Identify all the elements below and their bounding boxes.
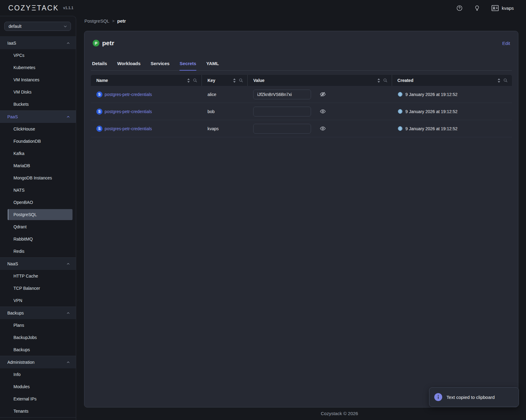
- sidebar-item-label: Backups: [13, 347, 30, 352]
- secret-name-link[interactable]: postgres-petr-credentials: [105, 126, 152, 131]
- user-menu[interactable]: kvaps: [491, 5, 514, 11]
- secret-name-link[interactable]: postgres-petr-credentials: [105, 109, 152, 114]
- sidebar-item-backups[interactable]: Backups: [0, 344, 76, 356]
- sidebar-item-redis[interactable]: Redis: [0, 245, 76, 257]
- top-bar: COZYΞTACK v1.1.1: [0, 0, 526, 16]
- tab-yaml[interactable]: YAML: [206, 59, 219, 70]
- sidebar-item-kafka[interactable]: Kafka: [0, 147, 76, 160]
- toggle-visibility-button[interactable]: [320, 108, 326, 115]
- sidebar-nav: IaaSVPCsKubernetesVM InstancesVM DisksBu…: [0, 37, 76, 418]
- sidebar-item-modules[interactable]: Modules: [0, 381, 76, 393]
- column-label: Key: [207, 78, 215, 83]
- secret-name-link[interactable]: postgres-petr-credentials: [105, 92, 152, 97]
- eye-icon: [320, 125, 326, 132]
- sidebar-item-openbao[interactable]: OpenBAO: [0, 196, 76, 208]
- search-icon[interactable]: [239, 78, 243, 83]
- sidebar-item-external-ips[interactable]: External IPs: [0, 393, 76, 405]
- section-header-paas[interactable]: PaaS: [0, 110, 76, 123]
- resource-card: P petr Edit DetailsWorkloadsServicesSecr…: [84, 31, 518, 407]
- sidebar-item-buckets[interactable]: Buckets: [0, 98, 76, 110]
- table-row: Spostgres-petr-credentialsbob9 January 2…: [91, 103, 512, 120]
- tab-services[interactable]: Services: [151, 59, 170, 70]
- tenant-select[interactable]: default: [4, 22, 71, 31]
- created-date: 9 January 2026 at 19:12:52: [406, 109, 457, 114]
- sort-icon[interactable]: [497, 78, 501, 83]
- sidebar-item-label: PostgreSQL: [13, 212, 37, 217]
- sidebar-item-label: MongoDB Instances: [13, 175, 52, 180]
- sidebar-item-qdrant[interactable]: Qdrant: [0, 221, 76, 233]
- sidebar-section-backups: BackupsPlansBackupJobsBackups: [0, 307, 76, 356]
- topbar-actions: kvaps: [456, 5, 514, 11]
- sidebar-item-foundationdb[interactable]: FoundationDB: [0, 135, 76, 147]
- sort-icon[interactable]: [187, 78, 190, 83]
- eye-off-icon: [320, 91, 326, 98]
- column-controls: [497, 78, 508, 83]
- sidebar-item-tenants[interactable]: Tenants: [0, 405, 76, 417]
- chevron-down-icon: [63, 24, 68, 29]
- cell-key: alice: [202, 86, 248, 103]
- breadcrumb-parent[interactable]: PostgreSQL: [84, 18, 109, 24]
- table-row: Spostgres-petr-credentialskvaps9 January…: [91, 120, 512, 137]
- sort-icon[interactable]: [377, 78, 380, 83]
- sidebar-item-plans[interactable]: Plans: [0, 319, 76, 331]
- sidebar-item-label: Tenants: [13, 409, 28, 414]
- tab-details[interactable]: Details: [92, 59, 107, 70]
- sidebar-item-vpcs[interactable]: VPCs: [0, 49, 76, 61]
- chevron-up-icon: [66, 311, 70, 315]
- sidebar-item-kubernetes[interactable]: Kubernetes: [0, 61, 76, 74]
- cell-key: bob: [202, 103, 248, 120]
- sidebar-item-mariadb[interactable]: MariaDB: [0, 160, 76, 172]
- breadcrumb-current: petr: [117, 18, 126, 24]
- column-label: Name: [96, 78, 108, 83]
- sidebar-item-rabbitmq[interactable]: RabbitMQ: [0, 233, 76, 245]
- search-icon[interactable]: [383, 78, 387, 83]
- tab-bar: DetailsWorkloadsServicesSecretsYAML: [91, 59, 512, 71]
- tenant-select-value: default: [9, 24, 21, 29]
- tab-secrets[interactable]: Secrets: [180, 59, 196, 71]
- globe-icon: [398, 109, 403, 114]
- search-icon[interactable]: [503, 78, 508, 83]
- sidebar-item-label: OpenBAO: [13, 200, 33, 205]
- section-header-iaas[interactable]: IaaS: [0, 37, 76, 49]
- cell-name: Spostgres-petr-credentials: [91, 103, 202, 120]
- sidebar-item-label: VM Disks: [13, 90, 31, 94]
- sidebar-item-clickhouse[interactable]: ClickHouse: [0, 123, 76, 135]
- sidebar-item-info[interactable]: Info: [0, 368, 76, 381]
- tab-workloads[interactable]: Workloads: [117, 59, 140, 70]
- section-header-backups[interactable]: Backups: [0, 307, 76, 319]
- secret-value-input[interactable]: [253, 124, 311, 134]
- sidebar-item-label: FoundationDB: [13, 139, 41, 144]
- search-icon[interactable]: [193, 78, 197, 83]
- sidebar-item-vpn[interactable]: VPN: [0, 294, 76, 307]
- user-card-icon: [491, 5, 499, 11]
- sidebar-item-backupjobs[interactable]: BackupJobs: [0, 331, 76, 344]
- secret-value-input[interactable]: [253, 107, 311, 116]
- sidebar-item-label: BackupJobs: [13, 335, 37, 340]
- toggle-visibility-button[interactable]: [320, 91, 326, 98]
- sidebar-item-label: TCP Balancer: [13, 286, 40, 291]
- sidebar-item-vm-disks[interactable]: VM Disks: [0, 86, 76, 98]
- cell-created: 9 January 2026 at 19:12:52: [392, 120, 512, 137]
- column-header-created: Created: [392, 75, 512, 86]
- secrets-table: NameKeyValueCreated Spostgres-petr-crede…: [91, 75, 512, 137]
- sidebar-item-mongodb-instances[interactable]: MongoDB Instances: [0, 172, 76, 184]
- section-header-naas[interactable]: NaaS: [0, 257, 76, 270]
- sidebar-item-postgresql[interactable]: PostgreSQL: [0, 208, 76, 221]
- lightbulb-icon[interactable]: [474, 5, 480, 11]
- section-header-administration[interactable]: Administration: [0, 356, 76, 368]
- secret-badge: S: [96, 109, 102, 115]
- sidebar-item-tcp-balancer[interactable]: TCP Balancer: [0, 282, 76, 294]
- sidebar-item-http-cache[interactable]: HTTP Cache: [0, 270, 76, 282]
- toggle-visibility-button[interactable]: [320, 125, 326, 132]
- toast-message: Text copied to clipboard: [446, 395, 495, 400]
- secret-value-input[interactable]: [253, 90, 311, 99]
- edit-button[interactable]: Edit: [502, 41, 510, 46]
- section-label: PaaS: [7, 114, 18, 119]
- help-icon[interactable]: [456, 5, 463, 11]
- sidebar-item-vm-instances[interactable]: VM Instances: [0, 74, 76, 86]
- sidebar-item-nats[interactable]: NATS: [0, 184, 76, 196]
- page-title: petr: [102, 39, 114, 47]
- sort-icon[interactable]: [233, 78, 236, 83]
- tenant-selector-block: default: [0, 16, 76, 37]
- cell-value: [248, 86, 392, 103]
